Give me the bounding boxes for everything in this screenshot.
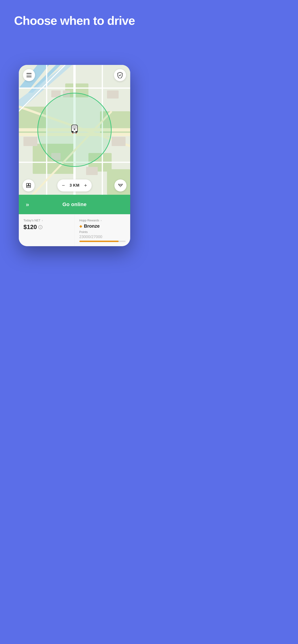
- points-label: Points: [79, 230, 126, 234]
- car-icon: [70, 123, 79, 137]
- km-control: − 3 KM +: [57, 180, 92, 192]
- shield-button[interactable]: [114, 69, 126, 81]
- points-value: 23000/27000: [79, 234, 126, 239]
- svg-rect-33: [72, 133, 73, 134]
- svg-rect-26: [86, 167, 98, 175]
- menu-button[interactable]: [23, 69, 35, 81]
- todays-net-arrow-icon: ›: [42, 218, 43, 222]
- todays-net-info-icon: i: [38, 225, 43, 229]
- map-layers-button[interactable]: [23, 180, 35, 192]
- map-bottom-bar: − 3 KM +: [19, 180, 130, 192]
- hamburger-icon: [27, 73, 32, 77]
- stats-bar: Today's NET › $120 i Hopp Rewards › ◆ Br…: [19, 214, 130, 246]
- todays-net-value: $120 i: [24, 224, 70, 231]
- svg-point-43: [119, 185, 120, 186]
- todays-net-stat[interactable]: Today's NET › $120 i: [19, 214, 75, 246]
- todays-net-label: Today's NET ›: [24, 218, 70, 222]
- svg-point-32: [74, 129, 75, 130]
- map-layers-icon: [26, 183, 31, 188]
- filter-button[interactable]: [114, 180, 127, 192]
- phone-mockup: − 3 KM + » Go online: [19, 65, 130, 246]
- hopp-rewards-arrow-icon: ›: [101, 218, 102, 222]
- go-online-label: Go online: [26, 202, 123, 208]
- svg-point-42: [122, 184, 123, 185]
- go-online-arrows-icon: »: [26, 201, 29, 208]
- hero-title: Choose when to drive: [0, 0, 149, 37]
- hopp-rewards-label: Hopp Rewards ›: [79, 218, 126, 222]
- svg-rect-37: [27, 186, 31, 188]
- svg-rect-30: [72, 131, 74, 132]
- svg-rect-29: [72, 126, 77, 129]
- km-value: 3 KM: [70, 183, 80, 188]
- svg-point-44: [121, 185, 122, 186]
- svg-rect-24: [112, 137, 126, 146]
- svg-point-41: [118, 184, 119, 185]
- svg-rect-36: [29, 183, 31, 186]
- svg-rect-34: [76, 133, 77, 134]
- svg-rect-35: [27, 183, 28, 186]
- go-online-button[interactable]: » Go online: [19, 195, 130, 214]
- km-decrease-button[interactable]: −: [62, 183, 65, 188]
- filter-icon: [118, 183, 123, 188]
- km-increase-button[interactable]: +: [84, 183, 87, 188]
- shield-icon: [117, 72, 123, 78]
- hopp-rewards-stat[interactable]: Hopp Rewards › ◆ Bronze Points 23000/270…: [75, 214, 130, 246]
- svg-rect-22: [107, 90, 119, 98]
- svg-rect-31: [75, 131, 77, 132]
- map-area: − 3 KM +: [19, 65, 130, 195]
- badge-label: Bronze: [84, 224, 100, 229]
- points-progress-fill: [79, 241, 119, 242]
- points-progress-track: [79, 241, 126, 242]
- bronze-diamond-icon: ◆: [79, 224, 82, 228]
- svg-rect-23: [24, 137, 37, 146]
